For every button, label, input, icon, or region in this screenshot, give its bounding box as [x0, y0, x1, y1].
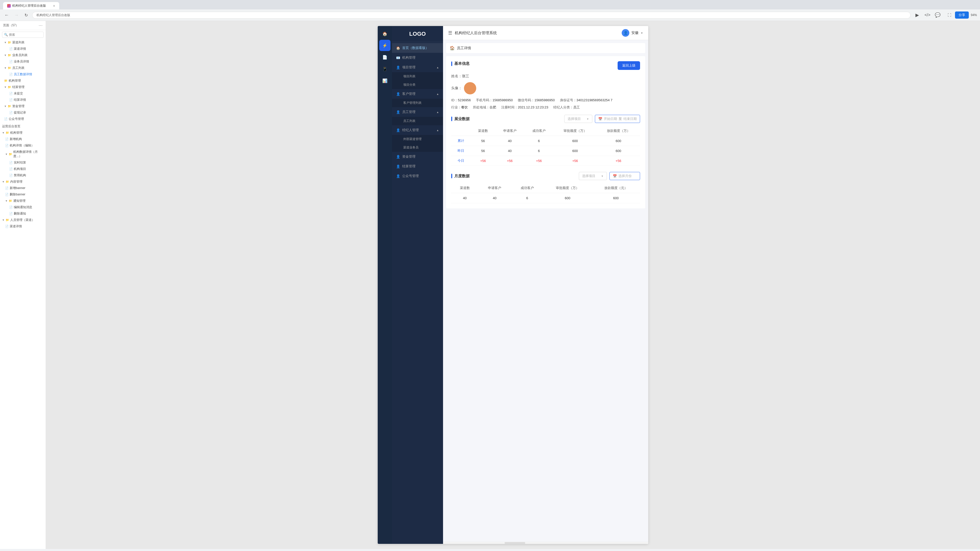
sidebar-item-staff[interactable]: 👤 员工管理 ▲ — [392, 107, 443, 117]
list-item[interactable]: ▼ 📁 员工列表 — [0, 65, 46, 71]
cell-success-yesterday: 6 — [525, 146, 554, 156]
sidebar-item-customer-label: 客户管理 — [402, 92, 415, 96]
sidebar-item-fund[interactable]: 👤 资金管理 — [392, 152, 443, 162]
address-bar[interactable]: 机构经纪人管理后台改版 — [32, 12, 911, 19]
list-item[interactable]: 📄 机构项目 — [0, 166, 46, 172]
sidebar-logo: LOGO — [392, 26, 443, 42]
sidebar-submenu-customer: 客户管理列表 — [392, 99, 443, 107]
nav-back-button[interactable]: ← — [3, 11, 10, 19]
sidebar-item-channel-staff[interactable]: 渠道业务员 — [392, 143, 443, 152]
cell-approve-yesterday: 600 — [554, 146, 597, 156]
monthly-month-picker[interactable]: 📅 选择月份 — [609, 172, 640, 180]
list-item[interactable]: 📄 机构详情（编辑） — [0, 142, 46, 149]
list-item[interactable]: ▼ 📁 机构数据详情（月度...） — [0, 149, 46, 159]
figma-play-icon[interactable]: ▶ — [913, 11, 921, 19]
sidebar-item-customer-list[interactable]: 客户管理列表 — [392, 99, 443, 107]
list-item[interactable]: ▼ 📁 内容管理 — [0, 179, 46, 185]
table-row: 昨日 56 40 6 600 600 — [451, 146, 640, 156]
tab-close-icon[interactable]: × — [53, 4, 55, 8]
list-item[interactable]: 📄 结算详情 — [0, 97, 46, 103]
list-item[interactable]: ▼ 📁 资金管理 — [0, 103, 46, 110]
nav-home-item[interactable]: 🏠 — [379, 28, 390, 39]
nav-refresh-button[interactable]: ↻ — [22, 11, 30, 19]
location-value: 合肥 — [490, 105, 496, 109]
fullscreen-icon[interactable]: ⛶ — [946, 11, 953, 19]
table-header-approve: 审批额度（万） — [554, 126, 597, 136]
sidebar-item-channel-mgmt[interactable]: 外部渠道管理 — [392, 135, 443, 143]
nav-mobile-item[interactable]: 📱 — [379, 63, 390, 75]
sidebar-item-wechat[interactable]: 👤 公众号管理 — [392, 171, 443, 181]
list-item[interactable]: 📄 新增机构 — [0, 136, 46, 142]
figma-comment-icon[interactable]: 💬 — [934, 11, 942, 19]
monthly-cell-channel: 40 — [451, 193, 479, 203]
list-item[interactable]: 📄 新增banner — [0, 185, 46, 191]
user-avatar: 👤 — [622, 29, 629, 37]
breadcrumb-current: 员工详情 — [457, 46, 471, 51]
phone-value: 15685986950 — [493, 98, 513, 102]
list-item[interactable]: 📁 机构管理 — [0, 78, 46, 84]
scrollbar[interactable] — [443, 542, 648, 544]
list-item[interactable]: 📄 编辑通知消息 — [0, 204, 46, 210]
list-item[interactable]: 📄 删除banner — [0, 191, 46, 198]
monthly-header-approve: 审批额度（万） — [543, 183, 592, 193]
id-card-value: 340123198569563254 7 — [576, 98, 612, 102]
cell-loan-yesterday: 600 — [597, 146, 640, 156]
cell-channel-cumulative: 56 — [471, 136, 495, 146]
list-item[interactable]: 📄 实时结算 — [0, 159, 46, 166]
list-item[interactable]: ▼ 📁 渠道列表 — [0, 39, 46, 46]
header-user[interactable]: 👤 安徽 ▼ — [622, 29, 643, 37]
sidebar-item-wechat-label: 公众号管理 — [402, 174, 419, 178]
nav-list-item[interactable]: 📄 — [379, 52, 390, 63]
sidebar-item-machine[interactable]: 📧 机构管理 — [392, 53, 443, 62]
date-range-picker[interactable]: 📅 开始日期 至 结束日期 — [595, 115, 640, 123]
sidebar-item-home[interactable]: 🏠 首页（数据看版） — [392, 43, 443, 53]
search-input[interactable] — [2, 32, 44, 38]
table-header-channel: 渠道数 — [471, 126, 495, 136]
cell-loan-today: +56 — [597, 156, 640, 166]
sidebar-submenu-staff: 员工列表 — [392, 117, 443, 125]
share-button[interactable]: 分享 — [955, 11, 969, 19]
sidebar-item-broker[interactable]: 👤 经纪人管理 ▲ — [392, 125, 443, 135]
list-item[interactable]: 📄 未提交 — [0, 90, 46, 97]
list-item[interactable]: 📄 员工数据详情 — [0, 71, 46, 78]
date-end: 结束日期 — [624, 117, 637, 121]
nav-chart-item[interactable]: 📊 — [379, 75, 390, 86]
nav-forward-button[interactable]: → — [13, 11, 20, 19]
list-item[interactable]: ▼ 📁 业务员列表 — [0, 52, 46, 59]
list-item[interactable]: 📄 业务员详情 — [0, 59, 46, 65]
sidebar-item-settlement[interactable]: 👤 结算管理 — [392, 162, 443, 171]
monthly-project-select[interactable]: 选择项目 ▼ — [579, 172, 607, 180]
list-item[interactable]: 📄 渠道详情 — [0, 46, 46, 52]
settlement-icon: 👤 — [396, 165, 400, 168]
cell-apply-today: +56 — [495, 156, 525, 166]
list-item[interactable]: 📄 禁用机构 — [0, 172, 46, 179]
sidebar-item-project[interactable]: 👤 项目管理 ▲ — [392, 62, 443, 72]
list-item[interactable]: 📄 渠道详情 — [0, 223, 46, 230]
sidebar-item-project-category[interactable]: 项目分类 — [392, 81, 443, 89]
list-item[interactable]: ▼ 📁 通知管理 — [0, 198, 46, 204]
nav-active-item[interactable]: ⚡ — [379, 40, 390, 51]
list-item[interactable]: 📄 删除通知 — [0, 210, 46, 217]
sidebar-item-staff-list[interactable]: 员工列表 — [392, 117, 443, 125]
business-table: 渠道数 申请客户 成功客户 审批额度（万） 放款额度（万） — [451, 126, 640, 166]
list-item[interactable]: 运营后台首页 — [0, 123, 46, 130]
tab-title: 机构经纪人管理后台改版 — [12, 3, 52, 8]
sidebar-item-broker-label: 经纪人管理 — [402, 128, 419, 132]
browser-tab[interactable]: 机构经纪人管理后台改版 × — [3, 2, 59, 10]
more-icon[interactable]: ⋯ — [38, 23, 43, 28]
sidebar: LOGO 🏠 首页（数据看版） 📧 机构管理 — [392, 26, 443, 544]
list-item[interactable]: 📄 公众号管理 — [0, 116, 46, 122]
page-count: 页面（57） — [3, 23, 19, 27]
sidebar-submenu-broker: 外部渠道管理 渠道业务员 — [392, 135, 443, 152]
list-item[interactable]: ▼ 📁 机构管理 — [0, 130, 46, 136]
list-item[interactable]: ▼ 📁 结算管理 — [0, 84, 46, 90]
menu-toggle-icon[interactable]: ☰ — [448, 30, 452, 36]
sidebar-item-customer[interactable]: 👤 客户管理 ▲ — [392, 89, 443, 99]
list-item[interactable]: 📄 提现记录 — [0, 110, 46, 116]
project-select[interactable]: 选择项目 ▼ — [564, 115, 592, 123]
return-button[interactable]: 返回上级 — [617, 61, 640, 70]
breadcrumb-home-icon[interactable]: 🏠 — [450, 46, 455, 51]
figma-code-icon[interactable]: </> — [923, 11, 932, 19]
list-item[interactable]: ▼ 📁 人员管理（渠道） — [0, 217, 46, 223]
sidebar-item-project-list[interactable]: 项目列表 — [392, 72, 443, 81]
